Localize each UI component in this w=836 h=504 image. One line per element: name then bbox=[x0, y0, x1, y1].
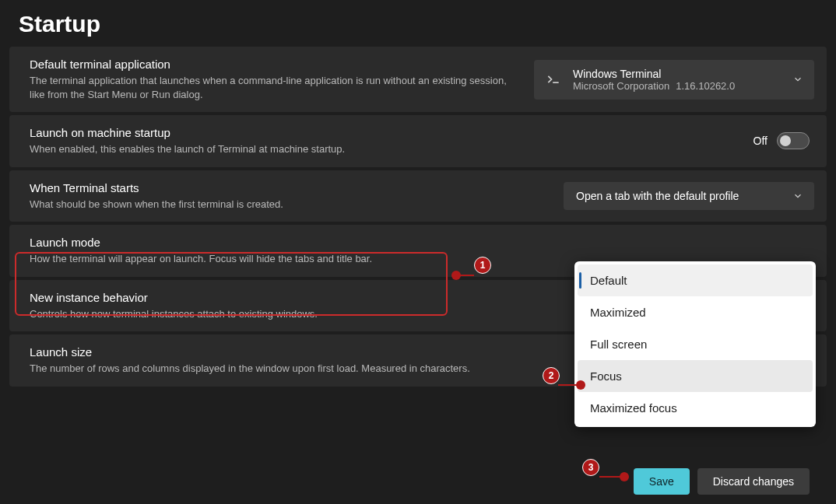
dropdown-value: Open a tab with the default profile bbox=[576, 190, 739, 202]
setting-text: Default terminal application The termina… bbox=[30, 58, 522, 101]
launch-mode-option-maximized-focus[interactable]: Maximized focus bbox=[578, 392, 813, 424]
chevron-down-icon bbox=[792, 191, 803, 201]
save-button[interactable]: Save bbox=[634, 468, 690, 495]
annotation-badge-3: 3 bbox=[582, 459, 599, 476]
default-terminal-dropdown[interactable]: Windows Terminal Microsoft Corporation1.… bbox=[534, 60, 814, 100]
dropdown-text: Windows Terminal Microsoft Corporation1.… bbox=[573, 68, 735, 92]
setting-desc: When enabled, this enables the launch of… bbox=[30, 142, 741, 156]
annotation-dot-1 bbox=[451, 271, 461, 280]
setting-launch-on-startup[interactable]: Launch on machine startup When enabled, … bbox=[9, 115, 827, 167]
annotation-badge-2: 2 bbox=[543, 367, 560, 384]
annotation-dot-3 bbox=[620, 472, 629, 481]
annotation-dot-2 bbox=[576, 380, 585, 390]
setting-text: When Terminal starts What should be show… bbox=[30, 181, 551, 212]
dropdown-value-sub: Microsoft Corporation1.16.10262.0 bbox=[573, 80, 735, 92]
toggle-wrap: Off bbox=[753, 132, 814, 149]
launch-mode-option-maximized[interactable]: Maximized bbox=[578, 296, 813, 328]
setting-title: Default terminal application bbox=[30, 58, 522, 71]
setting-when-terminal-starts[interactable]: When Terminal starts What should be show… bbox=[9, 170, 827, 222]
setting-title: When Terminal starts bbox=[30, 181, 551, 194]
launch-mode-option-focus[interactable]: Focus bbox=[578, 360, 813, 392]
launch-mode-option-full-screen[interactable]: Full screen bbox=[578, 328, 813, 360]
setting-title: Launch on machine startup bbox=[30, 126, 741, 139]
setting-default-terminal[interactable]: Default terminal application The termina… bbox=[9, 47, 827, 112]
toggle-knob bbox=[780, 135, 791, 146]
toggle-state-label: Off bbox=[753, 135, 768, 147]
footer-actions: Save Discard changes bbox=[634, 468, 810, 495]
launch-mode-option-default[interactable]: Default bbox=[578, 264, 813, 296]
page-title: Startup bbox=[0, 0, 836, 47]
chevron-down-icon bbox=[792, 74, 803, 85]
terminal-icon bbox=[545, 71, 562, 88]
when-starts-dropdown[interactable]: Open a tab with the default profile bbox=[564, 182, 814, 210]
annotation-badge-1: 1 bbox=[474, 257, 491, 274]
dropdown-value-title: Windows Terminal bbox=[573, 68, 735, 80]
setting-title: Launch mode bbox=[30, 236, 814, 249]
setting-desc: What should be shown when the first term… bbox=[30, 198, 551, 212]
discard-button[interactable]: Discard changes bbox=[697, 468, 810, 495]
setting-desc: The terminal application that launches w… bbox=[30, 74, 522, 101]
launch-mode-dropdown-popup: Default Maximized Full screen Focus Maxi… bbox=[574, 261, 816, 427]
launch-on-startup-toggle[interactable] bbox=[777, 132, 810, 149]
setting-text: Launch on machine startup When enabled, … bbox=[30, 126, 741, 156]
